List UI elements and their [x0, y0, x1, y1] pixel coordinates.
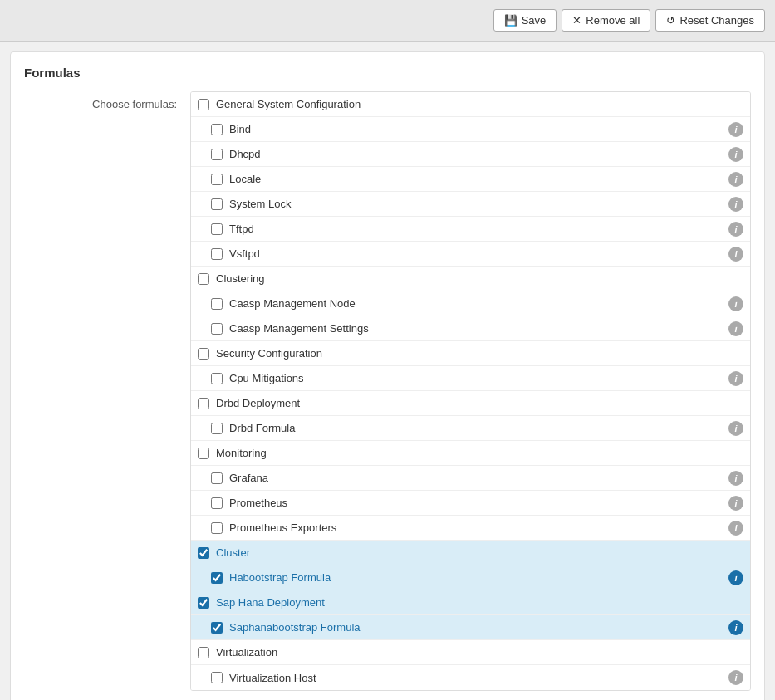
save-button[interactable]: 💾 Save: [493, 9, 557, 32]
info-icon-tftpd[interactable]: i: [728, 222, 743, 237]
formula-name-locale: Locale: [229, 173, 728, 185]
formula-row-bind: Bindi: [191, 117, 750, 142]
reset-changes-button[interactable]: ↺ Reset Changes: [655, 9, 765, 32]
info-icon-drbd-formula[interactable]: i: [728, 421, 743, 436]
formula-row-sap-hana-deployment: Sap Hana Deployment: [191, 590, 750, 615]
formula-row-habootstrap-formula: Habootstrap Formulai: [191, 565, 750, 590]
formula-name-bind: Bind: [229, 123, 728, 135]
checkbox-locale[interactable]: [211, 174, 223, 185]
formula-name-virtualization: Virtualization: [216, 646, 743, 658]
checkbox-system-lock[interactable]: [211, 198, 223, 210]
formula-row-locale: Localei: [191, 167, 750, 192]
formula-name-system-lock: System Lock: [229, 198, 728, 210]
formula-name-sap-hana-deployment: Sap Hana Deployment: [216, 596, 743, 609]
checkbox-grafana[interactable]: [211, 472, 223, 484]
checkbox-virtualization-host[interactable]: [211, 672, 223, 683]
checkbox-virtualization[interactable]: [198, 647, 209, 658]
info-icon-grafana[interactable]: i: [728, 471, 743, 486]
formula-name-tftpd: Tftpd: [229, 223, 728, 235]
formula-row-clustering: Clustering: [191, 267, 750, 291]
formula-name-clustering: Clustering: [216, 272, 743, 285]
info-icon-caasp-management-node[interactable]: i: [728, 296, 743, 311]
checkbox-cpu-mitigations[interactable]: [211, 373, 223, 384]
reset-changes-icon: ↺: [666, 14, 675, 27]
info-icon-virtualization-host[interactable]: i: [728, 670, 743, 685]
checkbox-prometheus[interactable]: [211, 497, 223, 509]
formula-name-cpu-mitigations: Cpu Mitigations: [229, 372, 728, 384]
formula-row-grafana: Grafanai: [191, 466, 750, 491]
formula-name-security-configuration: Security Configuration: [216, 347, 743, 360]
checkbox-prometheus-exporters[interactable]: [211, 522, 223, 534]
formula-name-caasp-management-settings: Caasp Management Settings: [229, 322, 728, 335]
formula-row-general-system-config: General System Configuration: [191, 92, 750, 117]
formulas-container: Choose formulas: General System Configur…: [24, 91, 751, 691]
card-title: Formulas: [24, 66, 751, 80]
checkbox-monitoring[interactable]: [198, 448, 209, 459]
checkbox-sap-hana-deployment[interactable]: [198, 597, 209, 609]
formula-name-cluster: Cluster: [216, 546, 743, 559]
remove-all-icon: ✕: [572, 14, 581, 27]
formula-row-drbd-formula: Drbd Formulai: [191, 416, 750, 441]
top-toolbar: 💾 Save ✕ Remove all ↺ Reset Changes: [0, 0, 775, 42]
formula-name-general-system-config: General System Configuration: [216, 98, 743, 110]
formula-name-dhcpd: Dhcpd: [229, 148, 728, 160]
formulas-card: Formulas Choose formulas: General System…: [10, 51, 765, 700]
formula-row-monitoring: Monitoring: [191, 441, 750, 466]
checkbox-dhcpd[interactable]: [211, 149, 223, 160]
info-icon-bind[interactable]: i: [728, 122, 743, 137]
choose-formulas-label: Choose formulas:: [24, 91, 190, 110]
save-icon: 💾: [504, 14, 517, 27]
main-content: Formulas Choose formulas: General System…: [0, 42, 775, 700]
info-icon-caasp-management-settings[interactable]: i: [728, 321, 743, 336]
checkbox-caasp-management-settings[interactable]: [211, 323, 223, 335]
formula-name-caasp-management-node: Caasp Management Node: [229, 297, 728, 310]
formula-name-habootstrap-formula: Habootstrap Formula: [229, 571, 728, 584]
formula-row-tftpd: Tftpdi: [191, 217, 750, 242]
checkbox-habootstrap-formula[interactable]: [211, 572, 223, 584]
info-icon-locale[interactable]: i: [728, 172, 743, 187]
save-label: Save: [522, 14, 547, 27]
checkbox-bind[interactable]: [211, 124, 223, 135]
checkbox-security-configuration[interactable]: [198, 348, 209, 360]
checkbox-vsftpd[interactable]: [211, 248, 223, 260]
info-icon-habootstrap-formula[interactable]: i: [728, 570, 743, 585]
checkbox-caasp-management-node[interactable]: [211, 298, 223, 310]
checkbox-clustering[interactable]: [198, 273, 209, 285]
info-icon-system-lock[interactable]: i: [728, 197, 743, 212]
formula-name-drbd-deployment: Drbd Deployment: [216, 397, 743, 409]
formula-row-system-lock: System Locki: [191, 192, 750, 217]
formula-row-drbd-deployment: Drbd Deployment: [191, 391, 750, 416]
checkbox-drbd-formula[interactable]: [211, 423, 223, 434]
formula-name-vsftpd: Vsftpd: [229, 247, 728, 260]
formula-row-cpu-mitigations: Cpu Mitigationsi: [191, 366, 750, 391]
formula-row-virtualization-host: Virtualization Hosti: [191, 665, 750, 690]
formula-name-virtualization-host: Virtualization Host: [229, 672, 728, 684]
formula-name-prometheus-exporters: Prometheus Exporters: [229, 521, 728, 534]
formula-row-prometheus: Prometheusi: [191, 491, 750, 516]
formula-row-caasp-management-settings: Caasp Management Settingsi: [191, 316, 750, 341]
formula-row-cluster: Cluster: [191, 541, 750, 565]
info-icon-dhcpd[interactable]: i: [728, 147, 743, 162]
formula-row-dhcpd: Dhcpdi: [191, 142, 750, 167]
remove-all-label: Remove all: [586, 14, 640, 27]
checkbox-drbd-deployment[interactable]: [198, 398, 209, 409]
info-icon-saphanabootstrap-formula[interactable]: i: [728, 620, 743, 635]
formula-name-saphanabootstrap-formula: Saphanabootstrap Formula: [229, 621, 728, 634]
info-icon-vsftpd[interactable]: i: [728, 247, 743, 262]
checkbox-cluster[interactable]: [198, 547, 209, 559]
remove-all-button[interactable]: ✕ Remove all: [562, 9, 650, 32]
formula-name-drbd-formula: Drbd Formula: [229, 422, 728, 434]
formula-list: General System ConfigurationBindiDhcpdiL…: [190, 91, 751, 691]
info-icon-cpu-mitigations[interactable]: i: [728, 371, 743, 386]
formula-row-virtualization: Virtualization: [191, 640, 750, 665]
checkbox-saphanabootstrap-formula[interactable]: [211, 622, 223, 634]
info-icon-prometheus-exporters[interactable]: i: [728, 521, 743, 536]
formula-row-vsftpd: Vsftpdi: [191, 242, 750, 267]
formula-row-saphanabootstrap-formula: Saphanabootstrap Formulai: [191, 615, 750, 640]
formula-row-security-configuration: Security Configuration: [191, 341, 750, 366]
checkbox-tftpd[interactable]: [211, 223, 223, 235]
formula-name-grafana: Grafana: [229, 472, 728, 484]
info-icon-prometheus[interactable]: i: [728, 496, 743, 511]
checkbox-general-system-config[interactable]: [198, 99, 209, 110]
formula-row-prometheus-exporters: Prometheus Exportersi: [191, 516, 750, 541]
